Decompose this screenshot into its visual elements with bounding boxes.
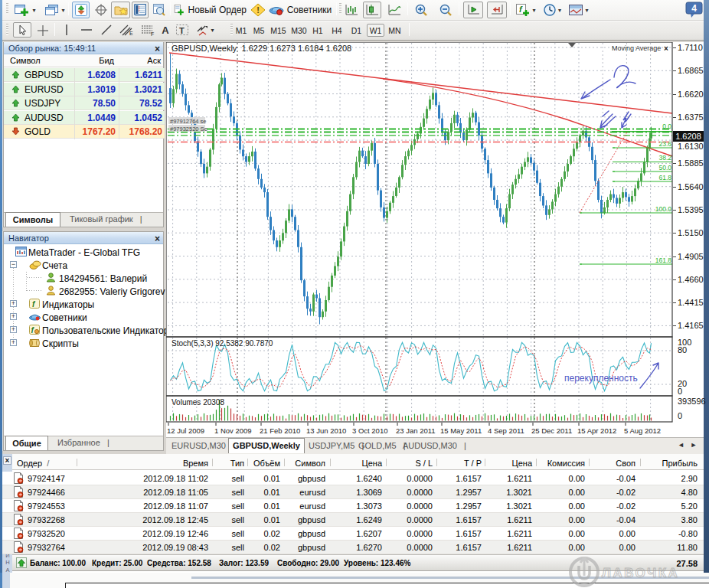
svg-text:Volumes 20308: Volumes 20308 [172,398,224,407]
svg-text:#97912764 se: #97912764 se [170,118,207,125]
svg-text:1 Nov 2009: 1 Nov 2009 [214,426,252,435]
svg-text:15 Apr 2012: 15 Apr 2012 [577,426,616,435]
svg-text:5 Aug 2012: 5 Aug 2012 [624,426,661,435]
svg-text:ЛАВОЧКА: ЛАВОЧКА [602,566,679,580]
svg-text:4: 4 [691,3,697,14]
svg-text:161.8: 161.8 [655,256,672,264]
svg-text:23 Jan 2011: 23 Jan 2011 [396,426,436,435]
svg-text:F: F [151,31,154,36]
svg-text:×: × [664,44,668,53]
svg-text:3 Oct 2010: 3 Oct 2010 [352,426,387,435]
svg-text:100.0: 100.0 [655,205,672,213]
svg-text:21 Feb 2010: 21 Feb 2010 [260,426,300,435]
svg-text:15 May 2011: 15 May 2011 [440,426,482,435]
svg-text:4 Sep 2011: 4 Sep 2011 [488,426,524,435]
svg-text:перекупленность: перекупленность [564,373,638,384]
svg-text:Moving Average: Moving Average [612,44,661,52]
svg-text:23.6: 23.6 [658,140,671,148]
svg-text:25 Dec 2011: 25 Dec 2011 [531,426,572,435]
svg-text:61.8: 61.8 [658,174,671,181]
svg-text:T: T [179,26,185,35]
svg-text:E: E [129,31,133,36]
svg-text:#97932520 Se: #97932520 Se [170,126,207,132]
svg-text:38.2: 38.2 [658,154,671,162]
svg-text:50.0: 50.0 [658,164,671,172]
svg-text:12 Jul 2009: 12 Jul 2009 [167,426,204,435]
svg-text:GBPUSD,Weekly 1.6229 1.6273 1: GBPUSD,Weekly 1.6229 1.6273 1.6184 1.620… [172,44,351,53]
svg-text:13 Jun 2010: 13 Jun 2010 [306,426,346,435]
svg-text:!: ! [256,5,260,15]
svg-text:0.0: 0.0 [662,122,671,130]
svg-text:Stoch(5,3,3) 92.5382 90.7870: Stoch(5,3,3) 92.5382 90.7870 [172,339,273,348]
